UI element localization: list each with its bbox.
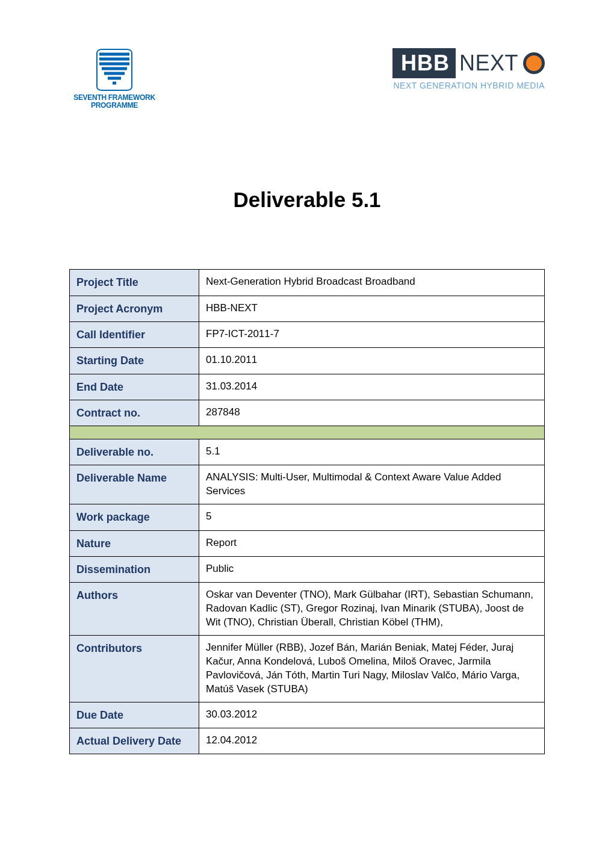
hbb-tagline: NEXT GENERATION HYBRID MEDIA [393,81,545,90]
row-contributors: Contributors Jennifer Müller (RBB), Joze… [70,636,545,702]
fp7-logo: SEVENTH FRAMEWORK PROGRAMME [69,48,160,110]
value-contributors: Jennifer Müller (RBB), Jozef Bán, Marián… [199,636,545,702]
value-end-date: 31.03.2014 [199,374,545,400]
value-due-date: 30.03.2012 [199,702,545,728]
hbb-dot-icon [523,52,545,74]
label-starting-date: Starting Date [70,348,199,374]
label-project-title: Project Title [70,270,199,296]
label-actual-delivery-date: Actual Delivery Date [70,728,199,754]
value-nature: Report [199,530,545,556]
row-project-acronym: Project Acronym HBB-NEXT [70,296,545,321]
value-call-identifier: FP7-ICT-2011-7 [199,321,545,347]
hbb-logo-dark: HBB [392,48,456,78]
row-due-date: Due Date 30.03.2012 [70,702,545,728]
row-work-package: Work package 5 [70,504,545,530]
label-deliverable-name: Deliverable Name [70,465,199,504]
row-call-identifier: Call Identifier FP7-ICT-2011-7 [70,321,545,347]
value-actual-delivery-date: 12.04.2012 [199,728,545,754]
fp7-text: SEVENTH FRAMEWORK PROGRAMME [73,94,155,110]
value-project-acronym: HBB-NEXT [199,296,545,321]
value-starting-date: 01.10.2011 [199,348,545,374]
row-nature: Nature Report [70,530,545,556]
row-authors: Authors Oskar van Deventer (TNO), Mark G… [70,583,545,636]
label-authors: Authors [70,583,199,636]
value-project-title: Next-Generation Hybrid Broadcast Broadba… [199,270,545,296]
label-end-date: End Date [70,374,199,400]
fp7-line1: SEVENTH FRAMEWORK [73,93,155,102]
label-work-package: Work package [70,504,199,530]
document-page: SEVENTH FRAMEWORK PROGRAMME HBB NEXT NEX… [0,0,614,790]
row-end-date: End Date 31.03.2014 [70,374,545,400]
label-dissemination: Dissemination [70,556,199,582]
hbb-logo-light: NEXT [456,48,522,78]
hbb-logo-box: HBB NEXT [392,48,545,78]
document-title: Deliverable 5.1 [69,188,545,212]
metadata-table: Project Title Next-Generation Hybrid Bro… [69,269,545,754]
row-actual-delivery-date: Actual Delivery Date 12.04.2012 [70,728,545,754]
section-divider [70,426,545,439]
fp7-flag-icon [96,48,133,91]
value-contract-no: 287848 [199,400,545,426]
value-work-package: 5 [199,504,545,530]
row-dissemination: Dissemination Public [70,556,545,582]
label-nature: Nature [70,530,199,556]
label-contributors: Contributors [70,636,199,702]
row-starting-date: Starting Date 01.10.2011 [70,348,545,374]
hbb-logo: HBB NEXT NEXT GENERATION HYBRID MEDIA [392,48,545,90]
value-deliverable-no: 5.1 [199,439,545,465]
row-deliverable-no: Deliverable no. 5.1 [70,439,545,465]
label-project-acronym: Project Acronym [70,296,199,321]
label-contract-no: Contract no. [70,400,199,426]
value-authors: Oskar van Deventer (TNO), Mark Gülbahar … [199,583,545,636]
label-call-identifier: Call Identifier [70,321,199,347]
value-deliverable-name: ANALYSIS: Multi-User, Multimodal & Conte… [199,465,545,504]
fp7-line2: PROGRAMME [91,101,138,110]
row-deliverable-name: Deliverable Name ANALYSIS: Multi-User, M… [70,465,545,504]
label-deliverable-no: Deliverable no. [70,439,199,465]
value-dissemination: Public [199,556,545,582]
header-logos: SEVENTH FRAMEWORK PROGRAMME HBB NEXT NEX… [69,48,545,110]
row-project-title: Project Title Next-Generation Hybrid Bro… [70,270,545,296]
label-due-date: Due Date [70,702,199,728]
row-contract-no: Contract no. 287848 [70,400,545,426]
